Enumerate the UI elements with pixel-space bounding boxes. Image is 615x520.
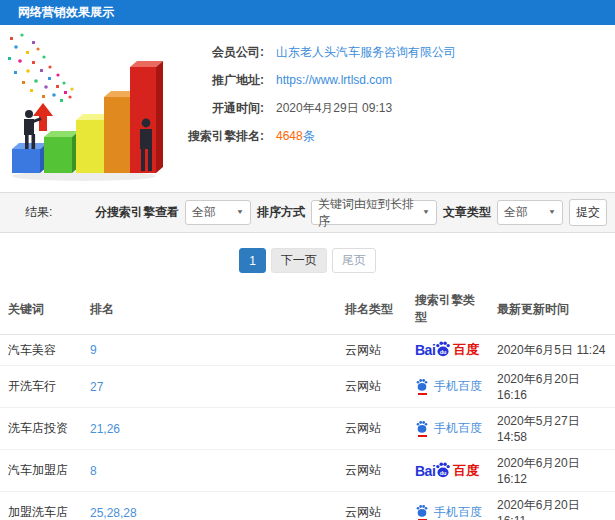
next-page-button[interactable]: 下一页 [271, 248, 327, 273]
article-type-select[interactable]: 全部 ▼ [497, 200, 563, 225]
col-engine-type: 搜索引擎类型 [407, 284, 489, 335]
chevron-down-icon: ▼ [422, 209, 430, 216]
chevron-down-icon: ▼ [236, 209, 244, 216]
baidu-logo: Baidu百度 [415, 461, 479, 481]
promo-url-row: 推广地址: https://www.lrtlsd.com [172, 66, 456, 94]
engine-rank-label: 搜索引擎排名: [172, 128, 264, 145]
article-type-select-value: 全部 [504, 204, 528, 221]
member-info-list: 会员公司: 山东老人头汽车服务咨询有限公司 推广地址: https://www.… [172, 25, 456, 192]
rank-link[interactable]: 9 [90, 343, 97, 357]
table-row: 汽车加盟店 8 云网站 Baidu百度 2020年6月20日 16:12 [0, 450, 615, 492]
rank-type-cell: 云网站 [337, 492, 407, 520]
rank-type-cell: 云网站 [337, 450, 407, 492]
col-rank-type: 排名类型 [337, 284, 407, 335]
submit-button[interactable]: 提交 [569, 199, 607, 226]
engine-select-value: 全部 [192, 204, 216, 221]
growth-chart-graphic [2, 27, 172, 187]
updated-cell: 2020年6月20日 16:16 [489, 366, 615, 408]
engine-rank-count: 4648 [276, 129, 303, 143]
page-title: 网络营销效果展示 [18, 5, 114, 19]
baidu-paw-icon [415, 504, 429, 518]
filter-bar: 结果: 分搜索引擎查看 全部 ▼ 排序方式 关键词由短到长排序 ▼ 文章类型 全… [0, 192, 615, 233]
table-row: 汽车美容 9 云网站 Baidu百度 2020年6月5日 11:24 [0, 335, 615, 366]
chevron-down-icon: ▼ [548, 209, 556, 216]
page-1-button[interactable]: 1 [239, 248, 266, 273]
sort-select-value: 关键词由短到长排序 [318, 196, 414, 230]
open-time-row: 开通时间: 2020年4月29日 09:13 [172, 94, 456, 122]
sort-select[interactable]: 关键词由短到长排序 ▼ [311, 200, 437, 225]
updated-cell: 2020年6月5日 11:24 [489, 335, 615, 366]
member-company-link[interactable]: 山东老人头汽车服务咨询有限公司 [276, 45, 456, 59]
member-company-label: 会员公司: [172, 44, 264, 61]
engine-filter-label: 分搜索引擎查看 [95, 204, 179, 221]
table-row: 洗车店投资 21,26 云网站 手机百度 2020年5月27日 14:58 [0, 408, 615, 450]
pagination: 1 下一页 尾页 [0, 248, 615, 273]
engine-select[interactable]: 全部 ▼ [185, 200, 251, 225]
baidu-logo: Baidu百度 [415, 340, 479, 360]
keyword-cell: 汽车美容 [0, 335, 82, 366]
member-info-section: 会员公司: 山东老人头汽车服务咨询有限公司 推广地址: https://www.… [0, 25, 615, 192]
rank-link[interactable]: 21,26 [90, 422, 120, 436]
keyword-cell: 加盟洗车店 [0, 492, 82, 520]
bar-chart-illustration [0, 25, 172, 187]
baidu-paw-icon [415, 378, 429, 392]
open-time-label: 开通时间: [172, 100, 264, 117]
promo-url-label: 推广地址: [172, 72, 264, 89]
updated-cell: 2020年6月20日 16:11 [489, 492, 615, 520]
baidu-paw-icon: du [434, 461, 452, 479]
svg-text:du: du [440, 469, 447, 475]
titlebar: 网络营销效果展示 [0, 0, 615, 25]
mobile-baidu-logo: 手机百度 [415, 420, 482, 437]
rank-type-cell: 云网站 [337, 366, 407, 408]
mobile-baidu-logo: 手机百度 [415, 504, 482, 520]
col-updated: 最新更新时间 [489, 284, 615, 335]
col-rank: 排名 [82, 284, 337, 335]
table-row: 加盟洗车店 25,28,28 云网站 手机百度 2020年6月20日 16:11 [0, 492, 615, 520]
mobile-baidu-logo: 手机百度 [415, 378, 482, 395]
red-underline [418, 435, 427, 437]
engine-rank-row: 搜索引擎排名: 4648条 [172, 122, 456, 150]
rank-type-cell: 云网站 [337, 335, 407, 366]
svg-text:du: du [440, 349, 447, 355]
rank-link[interactable]: 25,28,28 [90, 506, 137, 520]
open-time-value: 2020年4月29日 09:13 [276, 100, 392, 117]
result-label: 结果: [25, 204, 52, 221]
keyword-cell: 汽车加盟店 [0, 450, 82, 492]
rank-link[interactable]: 8 [90, 464, 97, 478]
article-type-label: 文章类型 [443, 204, 491, 221]
member-company-row: 会员公司: 山东老人头汽车服务咨询有限公司 [172, 38, 456, 66]
baidu-paw-icon [415, 420, 429, 434]
promo-url-link[interactable]: https://www.lrtlsd.com [276, 73, 392, 87]
updated-cell: 2020年6月20日 16:12 [489, 450, 615, 492]
last-page-button[interactable]: 尾页 [332, 248, 376, 273]
baidu-paw-icon: du [434, 340, 452, 358]
sort-filter-label: 排序方式 [257, 204, 305, 221]
table-header-row: 关键词 排名 排名类型 搜索引擎类型 最新更新时间 [0, 284, 615, 335]
engine-rank-unit: 条 [303, 129, 315, 143]
table-row: 开洗车行 27 云网站 手机百度 2020年6月20日 16:16 [0, 366, 615, 408]
ranking-table: 关键词 排名 排名类型 搜索引擎类型 最新更新时间 汽车美容 9 云网站 Bai… [0, 284, 615, 520]
rank-link[interactable]: 27 [90, 380, 103, 394]
col-keyword: 关键词 [0, 284, 82, 335]
updated-cell: 2020年5月27日 14:58 [489, 408, 615, 450]
keyword-cell: 开洗车行 [0, 366, 82, 408]
keyword-cell: 洗车店投资 [0, 408, 82, 450]
rank-type-cell: 云网站 [337, 408, 407, 450]
red-underline [418, 393, 427, 395]
